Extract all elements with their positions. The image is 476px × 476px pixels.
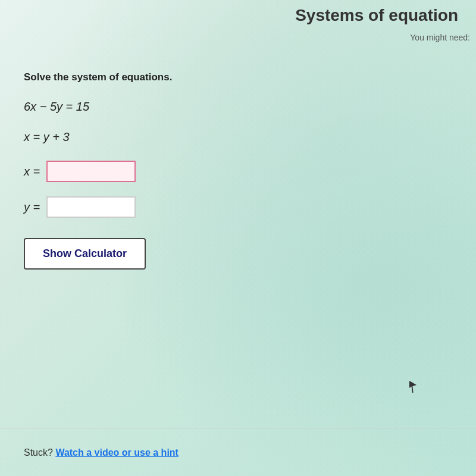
stuck-text: Stuck? bbox=[24, 447, 53, 458]
page-title: Systems of equation bbox=[0, 6, 464, 25]
page-container: Systems of equation You might need: Solv… bbox=[0, 0, 476, 476]
x-input-row: x = bbox=[24, 161, 464, 182]
y-input-row: y = bbox=[24, 196, 464, 218]
problem-statement: Solve the system of equations. bbox=[24, 71, 464, 83]
equation1: 6x − 5y = 15 bbox=[24, 100, 464, 114]
x-answer-input[interactable] bbox=[46, 161, 136, 182]
cursor-icon bbox=[409, 381, 416, 393]
x-label: x = bbox=[24, 165, 42, 178]
show-calculator-button[interactable]: Show Calculator bbox=[24, 238, 146, 270]
section-divider bbox=[0, 428, 476, 428]
you-might-need-label: You might need: bbox=[410, 33, 470, 42]
equation2: x = y + 3 bbox=[24, 130, 464, 144]
stuck-section: Stuck? Watch a video or use a hint bbox=[24, 447, 178, 458]
watch-video-link[interactable]: Watch a video or use a hint bbox=[55, 447, 178, 458]
content-area: Solve the system of equations. 6x − 5y =… bbox=[24, 71, 464, 287]
header: Systems of equation bbox=[0, 0, 476, 31]
y-label: y = bbox=[24, 201, 42, 214]
y-answer-input[interactable] bbox=[46, 196, 136, 218]
